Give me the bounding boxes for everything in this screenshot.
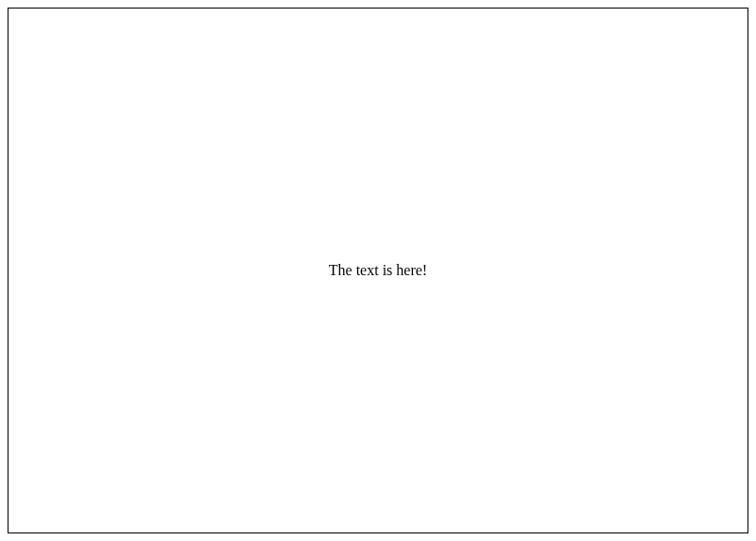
- bordered-container: The text is here!: [8, 8, 748, 533]
- centered-message: The text is here!: [329, 262, 427, 279]
